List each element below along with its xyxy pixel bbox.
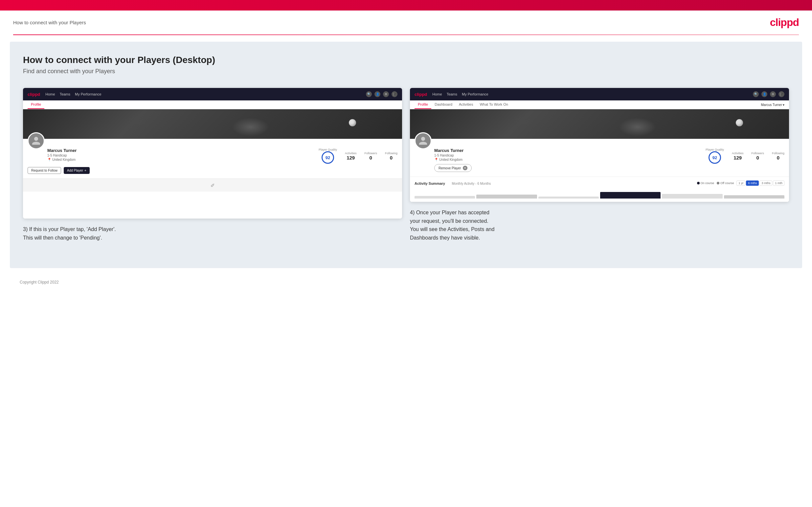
left-player-handicap: 1-5 Handicap xyxy=(47,154,319,157)
right-player-handicap: 1-5 Handicap xyxy=(434,154,706,157)
right-legend-on-course: On course xyxy=(697,181,714,185)
right-activity-title-group: Activity Summary Monthly Activity - 6 Mo… xyxy=(414,180,491,186)
right-time-buttons: 1 yr 6 mths 3 mths 1 mth xyxy=(737,180,784,186)
right-settings-icon[interactable]: ⚙ xyxy=(770,91,776,97)
left-followers-stat: Followers 0 xyxy=(364,152,377,161)
right-player-name: Marcus Turner xyxy=(434,148,706,153)
right-mini-chart xyxy=(414,189,784,199)
copyright-text: Copyright Clippd 2022 xyxy=(20,280,59,284)
remove-x-icon: ✕ xyxy=(463,166,467,170)
left-player-name: Marcus Turner xyxy=(47,148,319,153)
left-caption-text: 3) If this is your Player tap, 'Add Play… xyxy=(23,225,402,242)
left-activities-stat: Activities 129 xyxy=(345,152,357,161)
main-title: How to connect with your Players (Deskto… xyxy=(23,55,789,65)
left-profile-section: Marcus Turner 1-5 Handicap 📍 United King… xyxy=(23,139,402,178)
right-quality-stat: Player Quality 92 xyxy=(706,148,724,164)
right-legend: On course Off course xyxy=(697,181,734,185)
left-quality-stat: Player Quality 92 xyxy=(319,148,337,164)
search-icon[interactable]: 🔍 xyxy=(366,91,372,97)
left-avatar xyxy=(28,132,45,149)
right-tab-dashboard[interactable]: Dashboard xyxy=(431,100,456,109)
left-quality-circle: 92 xyxy=(321,151,334,164)
left-nav-myperformance[interactable]: My Performance xyxy=(75,92,101,96)
chart-bar-1 xyxy=(414,196,475,199)
left-caption: 3) If this is your Player tap, 'Add Play… xyxy=(23,225,402,242)
right-user-icon[interactable]: 👤 xyxy=(761,91,767,97)
right-avatar-person-icon xyxy=(418,136,428,146)
pencil-icon: ✏ xyxy=(209,181,216,189)
right-caption: 4) Once your Player has acceptedyour req… xyxy=(410,208,789,242)
left-following-stat: Following 0 xyxy=(385,152,398,161)
right-stats-row: Player Quality 92 Activities 129 Followe… xyxy=(706,148,784,164)
right-nav-home[interactable]: Home xyxy=(432,92,442,96)
right-following-stat: Following 0 xyxy=(772,152,784,161)
right-flag-icon[interactable]: 🏴 xyxy=(778,91,784,97)
left-stats-row: Player Quality 92 Activities 129 Followe… xyxy=(319,148,398,164)
screenshots-container: clippd Home Teams My Performance 🔍 👤 ⚙ 🏴 xyxy=(23,88,789,242)
add-player-button[interactable]: Add Player + xyxy=(64,167,90,174)
left-nav-teams[interactable]: Teams xyxy=(60,92,70,96)
left-avatar-wrapper xyxy=(28,132,45,149)
right-activity-header: Activity Summary Monthly Activity - 6 Mo… xyxy=(414,180,784,186)
right-activity-section: Activity Summary Monthly Activity - 6 Mo… xyxy=(410,177,789,202)
chart-bar-5 xyxy=(662,194,722,199)
location-pin-icon: 📍 xyxy=(47,158,51,161)
screenshot-left-box: clippd Home Teams My Performance 🔍 👤 ⚙ 🏴 xyxy=(23,88,402,219)
remove-player-button[interactable]: Remove Player ✕ xyxy=(434,164,472,172)
left-nav-home[interactable]: Home xyxy=(45,92,55,96)
right-tab-group: Profile Dashboard Activities What To Wor… xyxy=(414,100,511,109)
right-profile-section: Marcus Turner 1-5 Handicap 📍 United King… xyxy=(410,139,789,177)
time-btn-1yr[interactable]: 1 yr xyxy=(737,180,745,186)
left-player-location: 📍 United Kingdom xyxy=(47,158,319,161)
chevron-down-icon: ▾ xyxy=(783,103,784,107)
right-navbar: clippd Home Teams My Performance 🔍 👤 ⚙ 🏴 xyxy=(410,88,789,100)
right-player-location: 📍 United Kingdom xyxy=(434,158,706,161)
chart-bar-6 xyxy=(724,195,784,199)
time-btn-1mth[interactable]: 1 mth xyxy=(773,180,784,186)
right-activity-title: Activity Summary xyxy=(414,181,445,185)
right-activity-period: Monthly Activity - 6 Months xyxy=(452,182,491,185)
flag-icon[interactable]: 🏴 xyxy=(392,91,398,97)
right-avatar xyxy=(414,132,432,149)
right-nav-teams[interactable]: Teams xyxy=(447,92,457,96)
settings-icon[interactable]: ⚙ xyxy=(383,91,389,97)
left-golf-banner xyxy=(23,109,402,139)
header: How to connect with your Players clippd xyxy=(0,10,812,35)
right-tab-profile[interactable]: Profile xyxy=(414,100,431,109)
right-avatar-wrapper xyxy=(414,132,432,149)
user-icon[interactable]: 👤 xyxy=(374,91,380,97)
plus-icon: + xyxy=(85,169,86,172)
request-to-follow-button[interactable]: Request to Follow xyxy=(28,167,61,174)
header-divider xyxy=(13,35,799,35)
right-tab-activities[interactable]: Activities xyxy=(456,100,476,109)
left-navbar: clippd Home Teams My Performance 🔍 👤 ⚙ 🏴 xyxy=(23,88,402,100)
screenshot-right: clippd Home Teams My Performance 🔍 👤 ⚙ 🏴 xyxy=(410,88,789,242)
right-search-icon[interactable]: 🔍 xyxy=(753,91,759,97)
main-content: How to connect with your Players (Deskto… xyxy=(10,42,802,268)
right-tab-what-to-work-on[interactable]: What To Work On xyxy=(476,100,511,109)
off-course-dot xyxy=(717,182,719,184)
chart-bar-3 xyxy=(539,196,599,199)
chart-bar-2 xyxy=(476,194,537,199)
main-subtitle: Find and connect with your Players xyxy=(23,68,789,75)
right-quality-circle: 92 xyxy=(709,151,721,164)
right-legend-off-course: Off course xyxy=(717,181,734,185)
screenshot-right-box: clippd Home Teams My Performance 🔍 👤 ⚙ 🏴 xyxy=(410,88,789,202)
tab-profile[interactable]: Profile xyxy=(28,100,44,109)
right-activities-stat: Activities 129 xyxy=(732,152,744,161)
left-pencil-area: ✏ xyxy=(23,178,402,192)
right-followers-stat: Followers 0 xyxy=(751,152,764,161)
footer: Copyright Clippd 2022 xyxy=(0,275,812,290)
right-app-logo: clippd xyxy=(414,92,427,97)
left-nav-icons: 🔍 👤 ⚙ 🏴 xyxy=(366,91,398,97)
right-golf-ball xyxy=(736,119,743,126)
chart-bar-4 xyxy=(600,192,661,199)
right-nav-icons: 🔍 👤 ⚙ 🏴 xyxy=(753,91,784,97)
right-caption-text: 4) Once your Player has acceptedyour req… xyxy=(410,208,789,242)
golf-ball xyxy=(349,119,356,126)
avatar-person-icon xyxy=(31,136,41,146)
time-btn-3mths[interactable]: 3 mths xyxy=(759,180,772,186)
right-activity-controls: On course Off course 1 yr 6 mths 3 xyxy=(697,180,784,186)
time-btn-6mths[interactable]: 6 mths xyxy=(746,180,759,186)
right-nav-myperformance[interactable]: My Performance xyxy=(462,92,489,96)
